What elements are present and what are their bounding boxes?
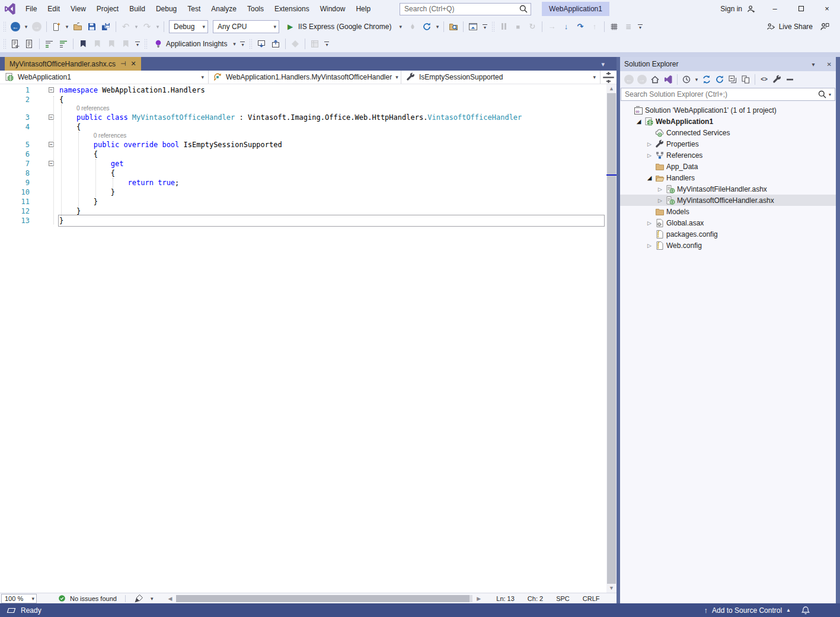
code-line-9[interactable]: 9 return true; (0, 178, 617, 187)
collapse-all-icon[interactable] (726, 73, 739, 86)
chevron-down-icon[interactable]: ▾ (829, 92, 831, 97)
indent-icon[interactable] (23, 37, 37, 51)
menu-build[interactable]: Build (124, 0, 151, 18)
zoom-selector[interactable]: 100 % ▾ (1, 594, 37, 603)
close-button[interactable]: × (814, 0, 840, 18)
step-out-icon[interactable]: ↑ (587, 20, 602, 34)
background-tasks-icon[interactable] (6, 605, 16, 615)
scroll-right-icon[interactable]: ▶ (474, 596, 484, 602)
split-window-button[interactable] (601, 71, 617, 84)
step-into-icon[interactable]: ↓ (559, 20, 573, 34)
expand-arrow-icon[interactable]: ◢ (634, 118, 643, 125)
toolbar-options-icon[interactable]: ▾ (636, 24, 644, 29)
scrollbar-thumb[interactable] (607, 93, 616, 584)
menu-window[interactable]: Window (315, 0, 351, 18)
code-line-2[interactable]: 2{ (0, 95, 617, 104)
solution-search-input[interactable] (625, 90, 817, 98)
collapse-arrow-icon[interactable]: ▷ (645, 220, 654, 226)
drag-handle[interactable] (144, 39, 148, 49)
window-menu-chevron-icon[interactable]: ▾ (812, 61, 815, 68)
code-line-13[interactable]: 13} (0, 216, 617, 225)
show-next-statement-icon[interactable]: → (545, 20, 559, 34)
new-file-icon[interactable] (49, 20, 63, 34)
minimize-button[interactable]: – (762, 0, 788, 18)
uncomment-icon[interactable] (56, 37, 71, 51)
menu-tools[interactable]: Tools (242, 0, 269, 18)
refresh-blue-icon[interactable] (713, 73, 726, 86)
chevron-down-icon[interactable]: ▾ (133, 24, 140, 30)
pause-icon[interactable] (497, 20, 511, 34)
member-dropdown[interactable]: IsEmptySessionSupported ▾ (401, 71, 601, 84)
drag-handle[interactable] (249, 39, 253, 49)
search-input[interactable] (404, 5, 518, 13)
code-line-10[interactable]: 10 } (0, 187, 617, 197)
code-line-6[interactable]: 6 { (0, 150, 617, 159)
menu-help[interactable]: Help (350, 0, 376, 18)
breakpoints-window-icon[interactable] (607, 20, 621, 34)
menu-view[interactable]: View (65, 0, 91, 18)
sign-in-button[interactable]: Sign in (714, 4, 762, 14)
drag-handle[interactable] (491, 21, 495, 32)
menu-analyze[interactable]: Analyze (206, 0, 242, 18)
undo-icon[interactable]: ↶ (119, 20, 133, 34)
fold-collapse-icon[interactable]: − (49, 87, 54, 93)
tree-item-webapplication1[interactable]: ◢WebApplication1 (620, 116, 836, 127)
space-mode-indicator[interactable]: SPC (550, 595, 576, 602)
code-cleanup-button[interactable]: ▾ (134, 593, 154, 603)
chevron-down-icon[interactable]: ▾ (23, 24, 30, 30)
clear-bookmarks-icon[interactable] (119, 37, 133, 51)
tree-item-myvintasoftfilehandler-ashx[interactable]: ▷MyVintasoftFileHandler.ashx (620, 183, 836, 195)
tree-item-app-data[interactable]: App_Data (620, 161, 836, 172)
close-tab-icon[interactable]: ✕ (131, 60, 136, 68)
vertical-scrollbar[interactable]: ▲ ▼ (606, 84, 617, 593)
stop-icon[interactable]: ■ (511, 20, 525, 34)
horizontal-scrollbar[interactable] (176, 595, 472, 602)
code-line-12[interactable]: 12 } (0, 206, 617, 216)
immediate-window-icon[interactable]: ≣ (621, 20, 635, 34)
tree-item-myvintasoftofficehandler-ashx[interactable]: ▷MyVintasoftOfficeHandler.ashx (620, 195, 836, 206)
toggle-bookmark-icon[interactable] (76, 37, 90, 51)
code-line-11[interactable]: 11 } (0, 197, 617, 206)
toolbar-options-icon[interactable]: ▾ (481, 24, 489, 29)
se-forward-icon[interactable]: → (635, 73, 649, 86)
code-line-4[interactable]: 4 { (0, 122, 617, 132)
live-share-button[interactable]: Live Share (766, 21, 813, 31)
scroll-down-icon[interactable]: ▼ (606, 584, 617, 593)
unindent-icon[interactable] (8, 37, 23, 51)
tree-item-references[interactable]: ▷References (620, 150, 836, 161)
combo-debug[interactable]: Debug▾ (169, 20, 208, 33)
menu-test[interactable]: Test (182, 0, 206, 18)
collapse-arrow-icon[interactable]: ▷ (645, 141, 654, 147)
tab-list-chevron-icon[interactable]: ▾ (601, 61, 605, 68)
snapshot-icon[interactable] (308, 37, 322, 51)
document-tab-active[interactable]: MyVintasoftOfficeHandler.ashx.cs ⊣ ✕ (5, 57, 141, 71)
scroll-up-icon[interactable]: ▲ (606, 84, 617, 93)
tree-item-solution-webapplication1-1-of-1-project[interactable]: ∞Solution 'WebApplication1' (1 of 1 proj… (620, 104, 836, 116)
open-file-icon[interactable] (71, 20, 85, 34)
close-icon[interactable]: ✕ (827, 61, 832, 68)
prev-bookmark-icon[interactable] (90, 37, 104, 51)
line-indicator[interactable]: Ln: 13 (490, 595, 521, 602)
pin-tab-icon[interactable]: ⊣ (120, 60, 126, 68)
code-line-8[interactable]: 8 { (0, 168, 617, 178)
collapse-arrow-icon[interactable]: ▷ (656, 186, 665, 192)
menu-edit[interactable]: Edit (42, 0, 65, 18)
codelens-references[interactable]: 0 references (59, 104, 603, 113)
menu-project[interactable]: Project (91, 0, 124, 18)
quick-search-box[interactable] (400, 3, 531, 15)
code-line-1[interactable]: 1−namespace WebApplication1.Handlers (0, 85, 617, 95)
nav-back-icon[interactable]: ← (8, 20, 23, 34)
combo-any-cpu[interactable]: Any CPU▾ (213, 20, 279, 33)
pending-changes-filter-icon[interactable] (680, 73, 693, 86)
save-all-icon[interactable] (99, 20, 113, 34)
chevron-down-icon[interactable]: ▾ (231, 41, 238, 47)
maximize-button[interactable] (788, 0, 814, 18)
step-over-icon[interactable]: ↷ (573, 20, 587, 34)
menu-debug[interactable]: Debug (151, 0, 182, 18)
show-all-files-icon[interactable] (739, 73, 752, 86)
sync-active-document-icon[interactable] (700, 73, 713, 86)
code-line-7[interactable]: 7− get (0, 159, 617, 168)
tree-item-models[interactable]: Models (620, 206, 836, 217)
type-dropdown[interactable]: WebApplication1.Handlers.MyVintasoftOffi… (209, 71, 401, 84)
toolbar-options-icon[interactable]: ▾ (238, 42, 247, 46)
